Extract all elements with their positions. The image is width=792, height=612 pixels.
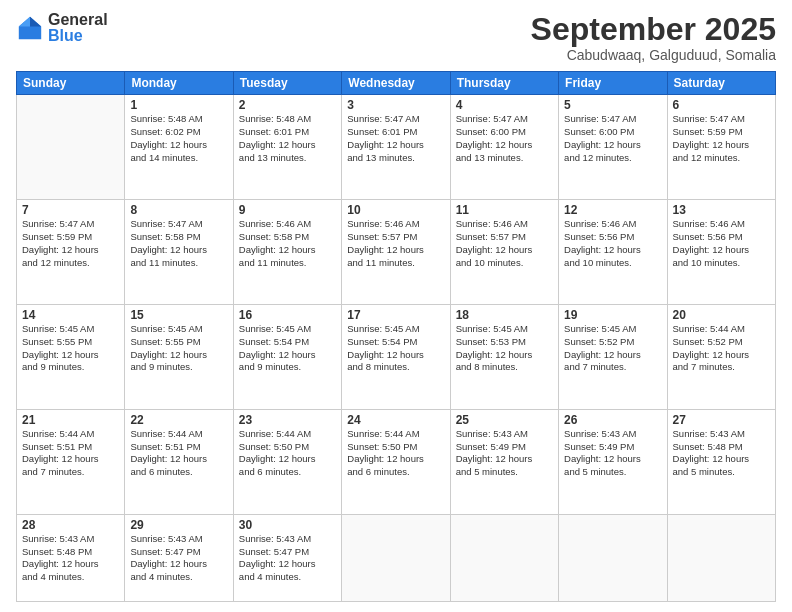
header-sunday: Sunday [17, 72, 125, 95]
day-info: Sunrise: 5:44 AMSunset: 5:51 PMDaylight:… [22, 428, 119, 479]
header: General Blue September 2025 Cabudwaaq, G… [16, 12, 776, 63]
day-number: 8 [130, 203, 227, 217]
table-row: 23Sunrise: 5:44 AMSunset: 5:50 PMDayligh… [233, 409, 341, 514]
day-info: Sunrise: 5:45 AMSunset: 5:55 PMDaylight:… [22, 323, 119, 374]
table-row: 6Sunrise: 5:47 AMSunset: 5:59 PMDaylight… [667, 95, 775, 200]
day-info: Sunrise: 5:44 AMSunset: 5:51 PMDaylight:… [130, 428, 227, 479]
table-row [450, 514, 558, 601]
day-number: 7 [22, 203, 119, 217]
day-number: 17 [347, 308, 444, 322]
day-number: 26 [564, 413, 661, 427]
day-info: Sunrise: 5:47 AMSunset: 5:58 PMDaylight:… [130, 218, 227, 269]
table-row: 16Sunrise: 5:45 AMSunset: 5:54 PMDayligh… [233, 304, 341, 409]
table-row [559, 514, 667, 601]
day-info: Sunrise: 5:43 AMSunset: 5:48 PMDaylight:… [673, 428, 770, 479]
subtitle: Cabudwaaq, Galguduud, Somalia [531, 47, 776, 63]
table-row: 17Sunrise: 5:45 AMSunset: 5:54 PMDayligh… [342, 304, 450, 409]
day-number: 29 [130, 518, 227, 532]
day-info: Sunrise: 5:44 AMSunset: 5:50 PMDaylight:… [239, 428, 336, 479]
day-info: Sunrise: 5:45 AMSunset: 5:54 PMDaylight:… [239, 323, 336, 374]
day-info: Sunrise: 5:47 AMSunset: 6:00 PMDaylight:… [456, 113, 553, 164]
day-number: 6 [673, 98, 770, 112]
header-saturday: Saturday [667, 72, 775, 95]
header-friday: Friday [559, 72, 667, 95]
table-row: 9Sunrise: 5:46 AMSunset: 5:58 PMDaylight… [233, 200, 341, 305]
day-info: Sunrise: 5:43 AMSunset: 5:49 PMDaylight:… [456, 428, 553, 479]
day-number: 20 [673, 308, 770, 322]
day-number: 27 [673, 413, 770, 427]
day-info: Sunrise: 5:45 AMSunset: 5:55 PMDaylight:… [130, 323, 227, 374]
table-row: 26Sunrise: 5:43 AMSunset: 5:49 PMDayligh… [559, 409, 667, 514]
day-info: Sunrise: 5:44 AMSunset: 5:50 PMDaylight:… [347, 428, 444, 479]
day-info: Sunrise: 5:48 AMSunset: 6:02 PMDaylight:… [130, 113, 227, 164]
header-wednesday: Wednesday [342, 72, 450, 95]
table-row: 21Sunrise: 5:44 AMSunset: 5:51 PMDayligh… [17, 409, 125, 514]
table-row: 3Sunrise: 5:47 AMSunset: 6:01 PMDaylight… [342, 95, 450, 200]
day-number: 18 [456, 308, 553, 322]
calendar-table: Sunday Monday Tuesday Wednesday Thursday… [16, 71, 776, 602]
day-number: 14 [22, 308, 119, 322]
day-number: 30 [239, 518, 336, 532]
table-row: 29Sunrise: 5:43 AMSunset: 5:47 PMDayligh… [125, 514, 233, 601]
day-info: Sunrise: 5:45 AMSunset: 5:54 PMDaylight:… [347, 323, 444, 374]
day-info: Sunrise: 5:46 AMSunset: 5:56 PMDaylight:… [673, 218, 770, 269]
day-number: 3 [347, 98, 444, 112]
table-row: 14Sunrise: 5:45 AMSunset: 5:55 PMDayligh… [17, 304, 125, 409]
day-number: 13 [673, 203, 770, 217]
calendar-header-row: Sunday Monday Tuesday Wednesday Thursday… [17, 72, 776, 95]
table-row: 24Sunrise: 5:44 AMSunset: 5:50 PMDayligh… [342, 409, 450, 514]
day-info: Sunrise: 5:45 AMSunset: 5:52 PMDaylight:… [564, 323, 661, 374]
day-number: 11 [456, 203, 553, 217]
day-number: 5 [564, 98, 661, 112]
logo-blue-text: Blue [48, 28, 108, 44]
table-row: 25Sunrise: 5:43 AMSunset: 5:49 PMDayligh… [450, 409, 558, 514]
day-info: Sunrise: 5:46 AMSunset: 5:57 PMDaylight:… [456, 218, 553, 269]
table-row: 28Sunrise: 5:43 AMSunset: 5:48 PMDayligh… [17, 514, 125, 601]
day-number: 19 [564, 308, 661, 322]
day-info: Sunrise: 5:47 AMSunset: 5:59 PMDaylight:… [673, 113, 770, 164]
header-thursday: Thursday [450, 72, 558, 95]
svg-marker-1 [30, 17, 41, 27]
table-row [342, 514, 450, 601]
day-info: Sunrise: 5:44 AMSunset: 5:52 PMDaylight:… [673, 323, 770, 374]
day-info: Sunrise: 5:43 AMSunset: 5:49 PMDaylight:… [564, 428, 661, 479]
table-row: 5Sunrise: 5:47 AMSunset: 6:00 PMDaylight… [559, 95, 667, 200]
table-row [667, 514, 775, 601]
logo-icon [16, 14, 44, 42]
logo: General Blue [16, 12, 108, 44]
logo-general-text: General [48, 12, 108, 28]
page: General Blue September 2025 Cabudwaaq, G… [0, 0, 792, 612]
day-number: 2 [239, 98, 336, 112]
table-row: 22Sunrise: 5:44 AMSunset: 5:51 PMDayligh… [125, 409, 233, 514]
day-number: 16 [239, 308, 336, 322]
table-row: 12Sunrise: 5:46 AMSunset: 5:56 PMDayligh… [559, 200, 667, 305]
table-row: 20Sunrise: 5:44 AMSunset: 5:52 PMDayligh… [667, 304, 775, 409]
table-row: 15Sunrise: 5:45 AMSunset: 5:55 PMDayligh… [125, 304, 233, 409]
day-number: 9 [239, 203, 336, 217]
table-row: 7Sunrise: 5:47 AMSunset: 5:59 PMDaylight… [17, 200, 125, 305]
day-number: 15 [130, 308, 227, 322]
month-title: September 2025 [531, 12, 776, 47]
day-info: Sunrise: 5:43 AMSunset: 5:48 PMDaylight:… [22, 533, 119, 584]
table-row: 18Sunrise: 5:45 AMSunset: 5:53 PMDayligh… [450, 304, 558, 409]
day-info: Sunrise: 5:47 AMSunset: 6:00 PMDaylight:… [564, 113, 661, 164]
day-number: 22 [130, 413, 227, 427]
table-row: 10Sunrise: 5:46 AMSunset: 5:57 PMDayligh… [342, 200, 450, 305]
day-number: 24 [347, 413, 444, 427]
day-number: 25 [456, 413, 553, 427]
day-number: 10 [347, 203, 444, 217]
day-number: 1 [130, 98, 227, 112]
header-monday: Monday [125, 72, 233, 95]
header-tuesday: Tuesday [233, 72, 341, 95]
day-info: Sunrise: 5:47 AMSunset: 6:01 PMDaylight:… [347, 113, 444, 164]
svg-marker-2 [19, 17, 30, 27]
day-number: 23 [239, 413, 336, 427]
day-number: 21 [22, 413, 119, 427]
day-info: Sunrise: 5:46 AMSunset: 5:57 PMDaylight:… [347, 218, 444, 269]
day-number: 4 [456, 98, 553, 112]
title-block: September 2025 Cabudwaaq, Galguduud, Som… [531, 12, 776, 63]
table-row: 27Sunrise: 5:43 AMSunset: 5:48 PMDayligh… [667, 409, 775, 514]
table-row: 11Sunrise: 5:46 AMSunset: 5:57 PMDayligh… [450, 200, 558, 305]
day-info: Sunrise: 5:43 AMSunset: 5:47 PMDaylight:… [239, 533, 336, 584]
table-row: 8Sunrise: 5:47 AMSunset: 5:58 PMDaylight… [125, 200, 233, 305]
